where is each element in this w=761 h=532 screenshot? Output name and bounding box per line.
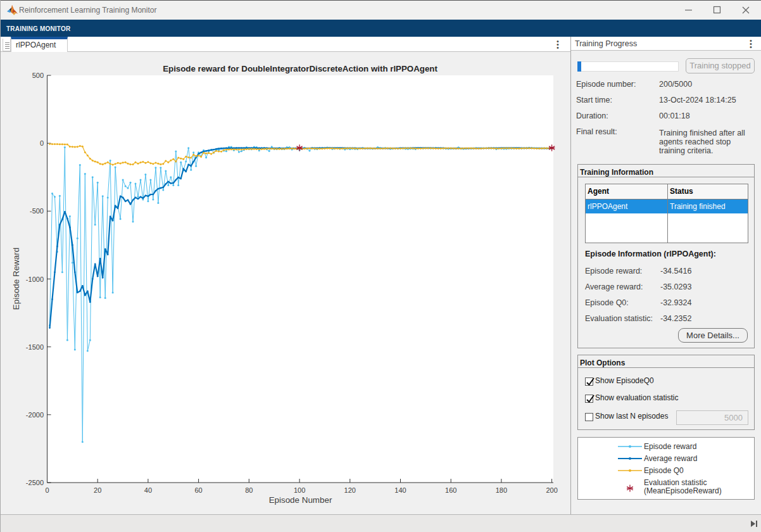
svg-text:140: 140 bbox=[394, 486, 406, 494]
svg-text:Episode Q0: Episode Q0 bbox=[644, 466, 684, 475]
svg-text:200: 200 bbox=[546, 486, 557, 494]
svg-text:-1000: -1000 bbox=[26, 276, 44, 283]
svg-text:-1500: -1500 bbox=[26, 343, 44, 351]
svg-text:80: 80 bbox=[245, 486, 253, 494]
svg-text:Episode Number: Episode Number bbox=[269, 495, 332, 505]
svg-text:180: 180 bbox=[496, 486, 507, 494]
svg-text:-500: -500 bbox=[30, 207, 44, 215]
svg-text:0: 0 bbox=[45, 486, 49, 494]
svg-text:Episode reward: Episode reward bbox=[644, 442, 696, 451]
svg-text:(MeanEpisodeReward): (MeanEpisodeReward) bbox=[644, 486, 722, 495]
svg-text:Episode reward for DoubleInteg: Episode reward for DoubleIntegratorDiscr… bbox=[163, 64, 437, 73]
svg-text:Average reward: Average reward bbox=[644, 454, 698, 463]
svg-text:Evaluation statistic: Evaluation statistic bbox=[644, 478, 707, 487]
svg-text:Episode Reward: Episode Reward bbox=[11, 248, 21, 310]
svg-text:40: 40 bbox=[144, 486, 152, 494]
svg-text:60: 60 bbox=[194, 486, 202, 494]
svg-text:100: 100 bbox=[294, 486, 305, 494]
svg-text:120: 120 bbox=[344, 486, 356, 494]
svg-text:-2000: -2000 bbox=[26, 411, 44, 419]
svg-text:500: 500 bbox=[32, 72, 44, 79]
svg-text:160: 160 bbox=[445, 486, 456, 494]
svg-text:0: 0 bbox=[40, 139, 44, 147]
svg-text:-2500: -2500 bbox=[26, 479, 44, 486]
svg-text:20: 20 bbox=[94, 486, 101, 494]
